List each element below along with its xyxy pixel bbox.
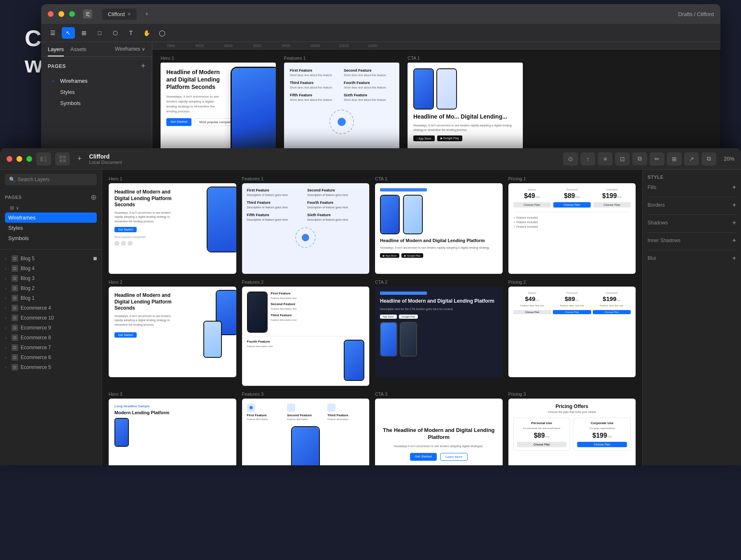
pricing3-corporate-btn[interactable]: Choose Plan	[577, 442, 627, 447]
view-toggle-button[interactable]	[55, 152, 70, 166]
features3-frame[interactable]: First Feature Feature description Second…	[242, 399, 370, 465]
add-frame-area[interactable]: +	[77, 154, 82, 163]
hero2-btn[interactable]: Get Started	[114, 332, 137, 338]
list-item[interactable]: › ⊡ Ecommerce 7	[0, 343, 102, 352]
select-tool[interactable]: ↖	[62, 27, 75, 39]
list-item[interactable]: › ⊡ Blog 1	[0, 293, 102, 303]
target-icon-btn[interactable]: ⊙	[563, 152, 578, 166]
search-box[interactable]: 🔍 Search Layers	[5, 174, 97, 185]
list-item[interactable]: › ⊡ Blog 4	[0, 264, 102, 273]
hero1-cta-btn-back: Get Started	[166, 118, 191, 126]
inner-shadows-add-icon[interactable]: +	[732, 237, 736, 244]
features2-frame[interactable]: First Feature Feature description text S…	[242, 287, 370, 386]
crop-icon-btn[interactable]: ⊡	[615, 152, 630, 166]
filter-icon-btn[interactable]: ≡	[598, 152, 613, 166]
pricing3-personal-btn[interactable]: Choose Plan	[517, 442, 567, 447]
tab-close-icon[interactable]: ✕	[127, 12, 131, 17]
sketch-fullscreen-button[interactable]	[26, 156, 32, 162]
text-tool[interactable]: T	[124, 27, 137, 39]
comment-tool[interactable]: ◯	[156, 27, 169, 39]
cta3-frame[interactable]: The Headline of Modern and Digital Lendi…	[375, 399, 503, 465]
appstore-badge[interactable]: ▶ App Store	[380, 253, 399, 258]
ruler-mark: 8500	[214, 44, 243, 48]
list-item[interactable]: › ⊡ Blog 3	[0, 273, 102, 283]
unlimited-btn[interactable]: Choose Plan	[593, 202, 631, 208]
page-wireframes-item[interactable]: Wireframes	[5, 212, 97, 223]
fills-add-icon[interactable]: +	[732, 184, 736, 191]
add-page-btn[interactable]: ⊕	[91, 193, 97, 202]
share-icon-btn[interactable]: ↗	[684, 152, 699, 166]
feature-item-back: First Feature Short desc text about this…	[290, 68, 340, 77]
layer-frame-icon: ⊡	[12, 275, 18, 282]
pricing2-unlimited-btn[interactable]: Choose Plan	[593, 310, 631, 314]
list-item[interactable]: › ⊡ Blog 5	[0, 254, 102, 264]
hero1-headline: Headline of Modern and Digital Lending P…	[114, 189, 178, 208]
hand-tool[interactable]: ✋	[140, 27, 153, 39]
copy2-icon-btn[interactable]: ⧉	[701, 152, 716, 166]
list-item[interactable]: › ⊡ Ecommerce 6	[0, 352, 102, 362]
minimize-button[interactable]	[58, 11, 64, 17]
layer-frame-icon: ⊡	[12, 354, 18, 361]
frame-tool[interactable]: ⊞	[77, 27, 91, 39]
page-symbols-item[interactable]: Symbols	[5, 233, 97, 243]
copy-icon-btn[interactable]: ⧉	[632, 152, 647, 166]
assets-tab[interactable]: Assets	[70, 46, 86, 56]
starter-btn[interactable]: Choose Plan	[513, 202, 551, 208]
fullscreen-button[interactable]	[69, 11, 75, 17]
cta2-googleplay[interactable]: Google Play	[399, 315, 418, 319]
layers-tab[interactable]: Layers	[48, 46, 64, 56]
new-tab-button[interactable]: +	[145, 10, 149, 18]
cta1-frame[interactable]: Headline of Modern and Digital Lending P…	[375, 183, 503, 274]
figma-icon	[83, 9, 92, 19]
pricing2-frame[interactable]: Starter $49/mo Feature desc line one Cho…	[508, 287, 636, 377]
hero2-frame[interactable]: Headline of Modern and Digital Lending P…	[109, 287, 236, 377]
sketch-close-button[interactable]	[7, 156, 12, 162]
sketch-minimize-button[interactable]	[16, 156, 22, 162]
pricing1-frame[interactable]: Starter $49/mo Choose Plan Premium $89/m…	[508, 183, 636, 274]
list-item[interactable]: › ⊡ Ecommerce 10	[0, 313, 102, 323]
blur-add-icon[interactable]: +	[732, 254, 736, 262]
pricing3-frame[interactable]: Pricing Offers Choose the plan that suit…	[508, 399, 636, 465]
list-item[interactable]: › ⊡ Ecommerce 5	[0, 362, 102, 372]
cta3-secondary-btn[interactable]: Learn More	[440, 453, 468, 461]
list-item[interactable]: › ⊡ Ecommerce 9	[0, 323, 102, 333]
pen-tool[interactable]: ⬡	[109, 27, 122, 39]
figma-titlebar: Clifford ✕ + Drafts / Clifford	[41, 4, 720, 24]
figma-tab[interactable]: Clifford ✕	[102, 9, 137, 20]
hero1-get-started-btn[interactable]: Get Started	[114, 227, 137, 232]
pages-section-label: Pages	[5, 195, 22, 200]
pricing2-starter-btn[interactable]: Choose Plan	[513, 310, 552, 314]
wireframes-dropdown[interactable]: Wireframes ∨	[115, 46, 145, 56]
hero2-frame-label: Hero 2	[109, 280, 236, 285]
hamburger-button[interactable]: ☰	[46, 27, 59, 39]
page-wireframes[interactable]: ✓ Wireframes	[48, 75, 145, 86]
layer-frame-icon: ⊡	[12, 265, 18, 272]
borders-add-icon[interactable]: +	[732, 201, 736, 209]
close-button[interactable]	[48, 11, 54, 17]
add-page-button[interactable]: +	[141, 62, 145, 70]
cta3-primary-btn[interactable]: Get Started	[410, 453, 437, 461]
upload-icon-btn[interactable]: ↑	[580, 152, 595, 166]
page-symbols[interactable]: Symbols	[48, 98, 145, 109]
pricing2-premium-btn[interactable]: Choose Plan	[553, 310, 591, 314]
hero1-frame[interactable]: Headline of Modern and Digital Lending P…	[109, 183, 236, 274]
frame-icon-btn[interactable]: ⊞	[667, 152, 682, 166]
page-styles[interactable]: Styles	[48, 86, 145, 98]
features1-frame[interactable]: First Feature Description of feature goe…	[242, 183, 370, 274]
pen-icon-btn[interactable]: ✏	[650, 152, 664, 166]
add-icon[interactable]: +	[77, 154, 82, 163]
shadows-add-icon[interactable]: +	[732, 219, 736, 226]
cta2-appstore[interactable]: App Store	[380, 315, 397, 319]
sidebar-toggle-button[interactable]	[36, 152, 51, 166]
hero3-frame[interactable]: Long Headline Sample Modern Lending Plat…	[109, 399, 236, 465]
list-item[interactable]: › ⊡ Ecommerce 4	[0, 303, 102, 313]
cta2-frame[interactable]: Headline of Modern and Digital Lending P…	[375, 287, 503, 377]
premium-btn[interactable]: Choose Plan	[553, 202, 591, 208]
shape-tool[interactable]: □	[93, 27, 106, 39]
page-styles-item[interactable]: Styles	[5, 223, 97, 233]
pages-toggle-btn[interactable]: ⊞∨	[10, 205, 19, 211]
list-item[interactable]: › ⊡ Blog 2	[0, 283, 102, 293]
hero3-headline: Modern Lending Platform	[114, 410, 231, 415]
googleplay-badge[interactable]: ▶ Google Play	[401, 253, 423, 258]
list-item[interactable]: › ⊡ Ecommerce 8	[0, 333, 102, 343]
